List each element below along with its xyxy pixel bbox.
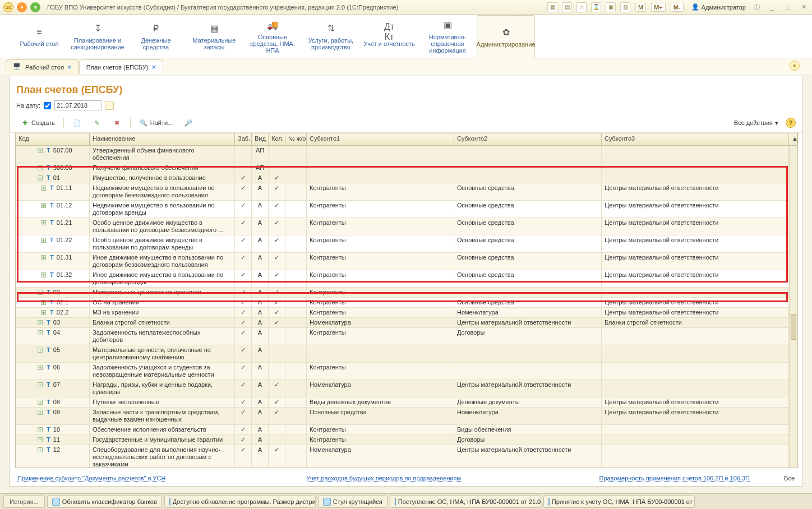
- expand-icon[interactable]: +: [38, 447, 43, 452]
- document-tab[interactable]: 🖥️Рабочий стол×: [6, 59, 79, 74]
- m-button[interactable]: M: [635, 3, 646, 12]
- toolbar-icon[interactable]: ▣: [606, 2, 616, 12]
- expand-icon[interactable]: +: [41, 310, 46, 315]
- col-s1[interactable]: Субконто1: [307, 133, 454, 145]
- expand-icon[interactable]: +: [41, 255, 46, 260]
- expand-icon[interactable]: +: [38, 427, 43, 432]
- col-noj[interactable]: № ж/о: [285, 133, 307, 145]
- expand-icon[interactable]: +: [41, 272, 46, 277]
- info-icon[interactable]: ⓘ: [751, 2, 762, 12]
- table-row[interactable]: + Т 507.00Утвержденный объем финансового…: [16, 146, 789, 163]
- col-s2[interactable]: Субконто2: [454, 133, 602, 145]
- toolbar-icon[interactable]: ▤: [562, 2, 572, 12]
- statusbar-item[interactable]: Принятие к учету ОС, НМА, НПА БУ00-00000…: [543, 496, 695, 508]
- nav-tab[interactable]: ↧Планирование и санкционирование: [68, 15, 127, 58]
- document-tab[interactable]: План счетов (ЕПСБУ)×: [79, 59, 163, 74]
- table-row[interactable]: + Т 07Награды, призы, кубки и ценные под…: [16, 380, 789, 397]
- expand-icon[interactable]: +: [38, 330, 43, 335]
- nav-tab[interactable]: 🚚Основные средства, НМА, НПА: [243, 15, 302, 58]
- date-input[interactable]: [54, 100, 101, 110]
- table-row[interactable]: + Т 01.21Особо ценное движимое имущество…: [16, 218, 789, 235]
- current-user[interactable]: 👤Администратор: [691, 3, 746, 11]
- minimize-icon[interactable]: _: [767, 2, 777, 12]
- window-button-1[interactable]: ●: [17, 2, 27, 12]
- tab-close-icon[interactable]: ×: [67, 63, 72, 71]
- link-future-expenses[interactable]: Учет расходов будущих периодов по подраз…: [269, 475, 499, 482]
- expand-icon[interactable]: −: [38, 175, 43, 181]
- mminus-button[interactable]: M-: [671, 3, 684, 12]
- create-button[interactable]: ✚Создать: [16, 117, 59, 129]
- close-icon[interactable]: ✕: [799, 2, 809, 12]
- history-button[interactable]: История...: [3, 496, 45, 508]
- expand-icon[interactable]: +: [38, 400, 43, 405]
- help-icon[interactable]: ?: [786, 118, 796, 128]
- col-name[interactable]: Наименование: [90, 133, 235, 145]
- clear-search-button[interactable]: 🔎: [180, 117, 197, 129]
- table-row[interactable]: + Т 09Запасные части к транспортным сред…: [16, 408, 789, 425]
- statusbar-item[interactable]: Обновить классификатор банков: [47, 496, 162, 508]
- all-actions-button[interactable]: Все действия ▾: [730, 117, 782, 129]
- expand-icon[interactable]: +: [38, 437, 43, 442]
- tab-close-icon[interactable]: ×: [152, 63, 156, 71]
- table-row[interactable]: + Т 11Государственные и муниципальные га…: [16, 435, 789, 445]
- expand-icon[interactable]: +: [41, 300, 46, 305]
- table-row[interactable]: + Т 04Задолженность неплатежеспособных д…: [16, 328, 789, 345]
- tabs-menu-icon[interactable]: ▾: [790, 61, 800, 71]
- copy-button[interactable]: 📄: [68, 117, 85, 129]
- nav-tab[interactable]: ≡Рабочий стол: [10, 15, 68, 58]
- toolbar-icon[interactable]: ▥: [620, 2, 630, 12]
- maximize-icon[interactable]: □: [783, 2, 793, 12]
- expand-icon[interactable]: +: [38, 365, 43, 370]
- table-row[interactable]: + Т 01.22Особо ценное движимое имущество…: [16, 235, 789, 253]
- table-row[interactable]: + Т 06Задолженность учащихся и студентов…: [16, 363, 789, 380]
- calendar-icon[interactable]: [105, 101, 114, 110]
- statusbar-item[interactable]: Стул крутящийся: [318, 496, 387, 508]
- table-row[interactable]: + Т 01.12Недвижимое имущество в пользова…: [16, 201, 789, 218]
- table-row[interactable]: + Т 02.2МЗ на хранении✓А✓КонтрагентыНоме…: [16, 308, 789, 318]
- expand-icon[interactable]: −: [38, 290, 43, 295]
- table-row[interactable]: + Т 05Материальные ценности, оплаченные …: [16, 345, 789, 363]
- mplus-button[interactable]: M+: [651, 3, 666, 12]
- toolbar-icon[interactable]: ▦: [547, 2, 557, 12]
- nav-tab[interactable]: ▦Материальные запасы: [185, 15, 243, 58]
- expand-icon[interactable]: +: [41, 238, 46, 243]
- link-usn[interactable]: Применение субконто "Документы расчетов"…: [17, 475, 247, 482]
- nav-tab[interactable]: ⇅Услуги, работы, производство: [302, 15, 360, 58]
- link-all[interactable]: Все: [772, 475, 795, 482]
- grid-body[interactable]: + Т 507.00Утвержденный объем финансового…: [16, 146, 789, 468]
- scrollbar-thumb[interactable]: [791, 314, 796, 340]
- table-row[interactable]: + Т 02.1ОС на хранении✓А✓КонтрагентыОсно…: [16, 298, 789, 308]
- nav-tab[interactable]: Дт КтУчет и отчетность: [360, 15, 418, 58]
- expand-icon[interactable]: +: [38, 348, 43, 353]
- expand-icon[interactable]: +: [38, 382, 43, 387]
- table-row[interactable]: + Т 10Обеспечение исполнения обязательст…: [16, 425, 789, 435]
- table-row[interactable]: + Т 12Спецоборудование для выполнения на…: [16, 445, 789, 468]
- expand-icon[interactable]: +: [41, 220, 46, 225]
- nav-tab[interactable]: ▣Нормативно-справочная информация: [418, 15, 477, 58]
- col-vid[interactable]: Вид: [252, 133, 269, 145]
- table-row[interactable]: + Т 08Путевки неоплаченные✓А✓Виды денежн…: [16, 397, 789, 408]
- window-button-2[interactable]: ▾: [30, 2, 40, 12]
- date-enabled-checkbox[interactable]: [44, 102, 51, 109]
- col-s3[interactable]: Субконто3: [602, 133, 789, 145]
- expand-icon[interactable]: +: [38, 165, 43, 170]
- col-kol[interactable]: Кол.: [269, 133, 285, 145]
- expand-icon[interactable]: +: [38, 148, 43, 153]
- expand-icon[interactable]: +: [38, 410, 43, 415]
- table-row[interactable]: + Т 508.00Получено финансового обеспечен…: [16, 163, 789, 173]
- delete-button[interactable]: ✖: [109, 117, 126, 129]
- table-row[interactable]: + Т 01.31Иное движимое имущество в польз…: [16, 253, 789, 270]
- edit-button[interactable]: ✎: [89, 117, 105, 129]
- statusbar-item[interactable]: Поступление ОС, НМА, НПА БУ00-000001 от …: [390, 496, 541, 508]
- statusbar-item[interactable]: Доступно обновление программы. Размер ди…: [164, 496, 316, 508]
- vertical-scrollbar[interactable]: [789, 146, 797, 468]
- find-button[interactable]: 🔍Найти...: [135, 117, 177, 129]
- table-row[interactable]: − Т 01Имущество, полученное в пользовани…: [16, 173, 789, 183]
- col-code[interactable]: Код: [16, 133, 90, 145]
- link-accounts[interactable]: Правомерность применения счетов 106.2П и…: [520, 475, 750, 482]
- expand-icon[interactable]: +: [38, 320, 43, 325]
- toolbar-icon[interactable]: ⌛: [591, 2, 601, 12]
- table-row[interactable]: + Т 03Бланки строгой отчетности✓А✓Номенк…: [16, 318, 789, 328]
- nav-tab[interactable]: ₽Денежные средства: [127, 15, 185, 58]
- table-row[interactable]: + Т 01.32Иное движимое имущество в польз…: [16, 270, 789, 288]
